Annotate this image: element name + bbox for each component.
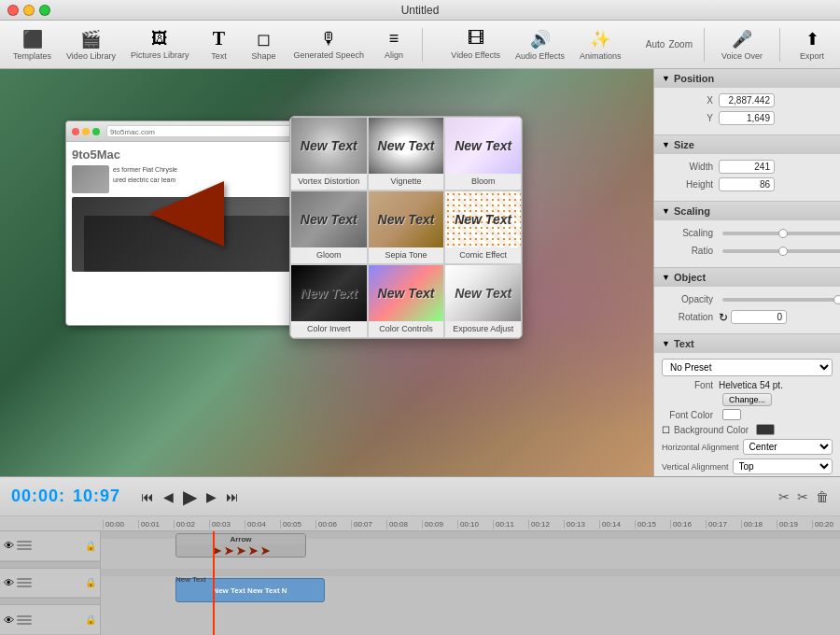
size-header[interactable]: ▼ Size [654, 135, 840, 154]
toolbar-right: Auto Zoom 🎤 Voice Over ⬆ Export [646, 25, 833, 64]
effect-gloom[interactable]: New Text Gloom [290, 190, 368, 264]
size-height-value[interactable]: 86 [719, 177, 775, 191]
effect-vignette[interactable]: New Text Vignette [368, 117, 445, 190]
step-forward-button[interactable]: ▶ [204, 484, 218, 510]
track-3-eye-icon[interactable]: 👁 [4, 614, 14, 626]
tool-shape[interactable]: ◻ Shape [243, 25, 284, 64]
tool-voice-over[interactable]: 🎤 Voice Over [716, 25, 768, 64]
cut-tool-button[interactable]: ✂ [797, 489, 808, 504]
tool-pictures-library[interactable]: 🖼 Pictures Library [125, 25, 195, 64]
toolbar-divider-2 [704, 28, 705, 62]
delete-tool-button[interactable]: 🗑 [816, 489, 829, 504]
tool-video-effects[interactable]: 🎞 Video Effects [445, 25, 506, 64]
object-rotation-label: Rotation [662, 312, 713, 322]
window-controls[interactable] [7, 5, 50, 16]
colorcontrols-text: New Text [378, 286, 435, 301]
tool-text[interactable]: T Text [198, 24, 239, 64]
rotation-value[interactable]: 0 [731, 310, 787, 324]
font-row: Font Helvetica 54 pt. [662, 380, 833, 390]
text-section: ▼ Text No Preset Font Helvetica 54 pt. C… [654, 334, 840, 476]
track-1-eye-icon[interactable]: 👁 [4, 540, 14, 551]
minimize-button[interactable] [23, 5, 35, 16]
effect-colorcontrols[interactable]: New Text Color Controls [368, 264, 445, 338]
tool-generated-speech[interactable]: 🎙 Generated Speech [287, 25, 370, 64]
timeline-controls: 00:00:10:97 ⏮ ◀ ▶ ▶ ⏭ ✂ ✂ 🗑 [0, 477, 840, 516]
video-effects-label: Video Effects [451, 50, 500, 60]
track-3-lock-icon[interactable]: 🔒 [85, 614, 96, 625]
tool-video-library[interactable]: 🎬 Video Library [61, 25, 121, 64]
bg-color-label: Background Color [674, 425, 749, 435]
maximize-button[interactable] [39, 5, 50, 16]
position-y-value[interactable]: 1,649 [719, 111, 775, 125]
titlebar: Untitled [0, 0, 840, 21]
effect-exposureadjust[interactable]: New Text Exposure Adjust [444, 264, 522, 338]
split-tool-button[interactable]: ✂ [778, 489, 790, 504]
track-lines-3 [17, 615, 32, 625]
tool-animations[interactable]: ✨ Animations [574, 25, 627, 64]
size-width-value[interactable]: 241 [719, 160, 775, 174]
ratio-slider[interactable] [722, 249, 840, 253]
scaling-slider[interactable] [722, 232, 840, 235]
opacity-slider[interactable] [722, 298, 840, 302]
exposureadjust-text: New Text [455, 286, 511, 301]
timeline-tools: ✂ ✂ 🗑 [778, 489, 829, 504]
size-content: Width 241 Height 86 [654, 154, 840, 201]
ruler-16: 00:16 [670, 520, 706, 529]
opacity-slider-container: 100% [719, 292, 840, 306]
browser-close [72, 128, 79, 135]
step-back-button[interactable]: ◀ [161, 484, 175, 510]
scaling-ratio-label: Ratio [662, 246, 713, 256]
effect-comic[interactable]: New Text Comic Effect [444, 190, 522, 264]
effect-colorinvert[interactable]: New Text Color Invert [290, 264, 368, 338]
effect-vortex[interactable]: New Text Vortex Distortion [290, 117, 368, 190]
comic-label: Comic Effect [459, 247, 507, 263]
rotation-icon: ↻ [719, 311, 728, 324]
close-button[interactable] [7, 5, 19, 16]
position-y-label: Y [662, 113, 713, 123]
bloom-preview: New Text [445, 118, 521, 174]
skip-to-end-button[interactable]: ⏭ [224, 484, 241, 510]
size-section: ▼ Size Width 241 Height 86 [654, 135, 840, 202]
play-button[interactable]: ▶ [181, 484, 199, 510]
font-change-button[interactable]: Change... [722, 393, 772, 406]
size-chevron: ▼ [662, 140, 670, 149]
scaling-scaling-row: Scaling 1.0 [662, 226, 833, 240]
track-line-3a [17, 615, 32, 617]
position-header[interactable]: ▼ Position [654, 69, 840, 88]
effect-bloom[interactable]: New Text Bloom [444, 117, 522, 190]
effect-sepia[interactable]: New Text Sepia Tone [368, 190, 445, 264]
text-preset-select[interactable]: No Preset [662, 359, 833, 376]
preview-area[interactable]: 9to5mac.com 9to5Mac es former Fiat Chrys… [0, 69, 653, 476]
tool-audio-effects[interactable]: 🔊 Audio Effects [510, 25, 570, 64]
transport-buttons: ⏮ ◀ ▶ ▶ ⏭ [139, 484, 241, 510]
colorinvert-label: Color Invert [307, 321, 351, 337]
track-2-eye-icon[interactable]: 👁 [4, 577, 14, 588]
text-header[interactable]: ▼ Text [654, 334, 840, 353]
track-controls: 👁 🔒 👁 🔒 [0, 531, 101, 635]
track-1-lock-icon[interactable]: 🔒 [85, 541, 96, 551]
font-color-swatch[interactable] [722, 409, 741, 420]
templates-label: Templates [13, 51, 51, 61]
track-line-1c [17, 548, 32, 550]
object-header[interactable]: ▼ Object [654, 268, 840, 287]
position-content: X 2,887.442 Y 1,649 [654, 88, 840, 134]
scaling-header[interactable]: ▼ Scaling [654, 202, 840, 220]
position-x-value[interactable]: 2,887.442 [719, 93, 775, 107]
bg-color-swatch[interactable] [756, 424, 775, 435]
scaling-content: Scaling 1.0 Ratio 1.0 [654, 220, 840, 267]
tool-templates[interactable]: ⬛ Templates [7, 25, 57, 64]
track-2-lock-icon[interactable]: 🔒 [85, 577, 96, 587]
h-align-select[interactable]: Center Left Right [743, 439, 833, 455]
generated-speech-label: Generated Speech [293, 50, 364, 60]
bg-color-checkbox[interactable]: ☐ [662, 425, 670, 435]
clip-arrow[interactable]: Arrow ➤ ➤ ➤ ➤ ➤ [175, 533, 306, 557]
skip-to-start-button[interactable]: ⏮ [139, 484, 156, 510]
tool-align[interactable]: ≡ Align [373, 25, 414, 64]
comic-text: New Text [455, 212, 511, 227]
tool-export[interactable]: ⬆ Export [791, 25, 833, 64]
text-preset-row: No Preset [662, 359, 833, 376]
track-lines-1 [17, 541, 32, 550]
v-align-select[interactable]: Top Middle Bottom [733, 459, 833, 474]
window-title: Untitled [401, 4, 440, 17]
tracks-content[interactable]: Arrow ➤ ➤ ➤ ➤ ➤ New Text New Text N New … [101, 531, 840, 635]
